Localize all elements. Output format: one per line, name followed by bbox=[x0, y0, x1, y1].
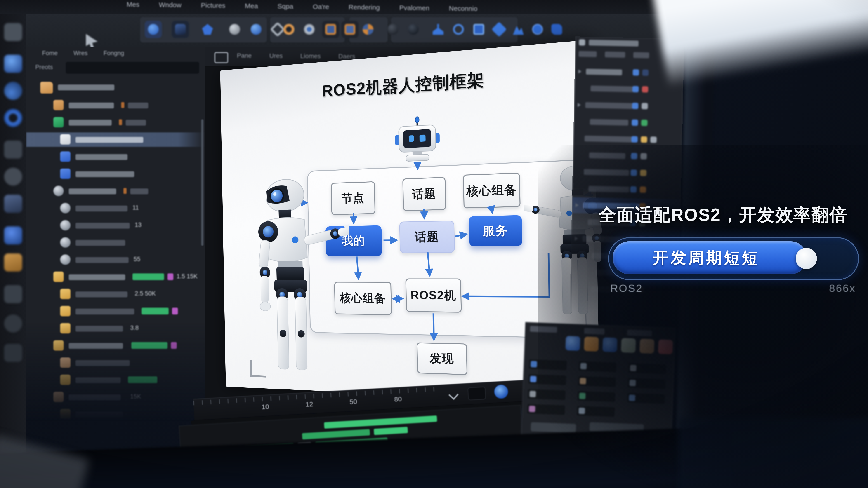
timeline-mode-button[interactable] bbox=[468, 387, 486, 400]
promo-toggle-button[interactable]: 开发周期短短 bbox=[608, 237, 859, 280]
tool-icon[interactable] bbox=[4, 315, 22, 332]
tree-row[interactable]: 13 bbox=[26, 218, 205, 233]
caption-ros2: ROS2 bbox=[610, 282, 643, 294]
cloth-icon[interactable] bbox=[548, 21, 565, 38]
panel-search-field[interactable] bbox=[66, 62, 199, 74]
menu-item[interactable]: Pvalomen bbox=[399, 4, 430, 12]
menu-item[interactable]: Mea bbox=[245, 2, 258, 10]
dark-sphere-icon-2[interactable] bbox=[405, 21, 422, 38]
joint-tree-icon[interactable] bbox=[430, 21, 447, 38]
viewport-menu-item[interactable]: Pane bbox=[237, 52, 252, 59]
orange-torus-icon[interactable] bbox=[280, 21, 298, 38]
tree-row[interactable] bbox=[26, 184, 205, 198]
menu-item[interactable]: Wndow bbox=[159, 1, 182, 9]
slide-corner-mark bbox=[250, 360, 266, 377]
window-glare bbox=[650, 0, 868, 88]
layer-row[interactable] bbox=[574, 97, 682, 115]
orange-frame-icon-2[interactable] bbox=[341, 21, 359, 38]
tree-row[interactable] bbox=[26, 304, 205, 319]
panel-menu-item[interactable]: Fongng bbox=[103, 50, 124, 57]
tree-row[interactable] bbox=[26, 235, 205, 250]
viewport-menu-item[interactable]: Ures bbox=[269, 52, 283, 59]
timeline-tick-label: 10 bbox=[261, 403, 269, 411]
play-badge-icon[interactable] bbox=[493, 384, 509, 399]
layer-row[interactable] bbox=[575, 80, 683, 98]
tool-icon-blue-ring[interactable] bbox=[4, 109, 22, 127]
tool-icon-blue[interactable] bbox=[4, 226, 22, 245]
tool-icon-blue-arc[interactable] bbox=[4, 82, 22, 100]
tree-row-selected[interactable] bbox=[26, 132, 205, 147]
blue-pentagon-icon[interactable] bbox=[199, 21, 216, 38]
humanoid-robot-left bbox=[253, 173, 352, 378]
tree-row[interactable] bbox=[26, 338, 205, 353]
timeline-tick-label: 50 bbox=[349, 398, 357, 406]
tool-icon-orange[interactable] bbox=[4, 254, 22, 271]
tree-row[interactable] bbox=[26, 373, 205, 387]
menu-item[interactable]: Mes bbox=[127, 1, 140, 8]
menu-item[interactable]: Sqpa bbox=[277, 2, 293, 10]
toggle-label: 开发周期短短 bbox=[609, 238, 803, 278]
menu-item[interactable]: Neconnio bbox=[449, 4, 477, 13]
left-tool-strip bbox=[0, 14, 26, 488]
wire-sphere-icon[interactable] bbox=[450, 21, 467, 38]
layer-row[interactable] bbox=[574, 113, 682, 132]
tool-icon[interactable] bbox=[4, 168, 22, 186]
tree-row[interactable] bbox=[26, 80, 205, 94]
tool-icon[interactable] bbox=[4, 195, 22, 213]
panel-menu-item[interactable]: Fome bbox=[42, 50, 58, 57]
menu-item[interactable]: Pictures bbox=[201, 2, 225, 9]
overlay-dark-backdrop bbox=[538, 144, 868, 488]
tree-row[interactable] bbox=[26, 98, 205, 112]
tree-row[interactable] bbox=[26, 167, 205, 181]
tree-row[interactable]: 55 bbox=[26, 253, 205, 267]
tree-row[interactable]: 11 bbox=[26, 201, 205, 216]
tool-icon[interactable] bbox=[4, 23, 22, 41]
blue-diamond-icon[interactable] bbox=[491, 21, 508, 38]
tree-row[interactable] bbox=[26, 115, 205, 130]
desk-highlight-left bbox=[0, 435, 89, 488]
tree-row[interactable]: 2.5 50K bbox=[26, 287, 205, 301]
gray-sphere-icon[interactable] bbox=[226, 21, 243, 38]
tree-scrollbar[interactable] bbox=[201, 119, 204, 246]
viewport-menu-item[interactable]: Daers bbox=[338, 53, 355, 60]
toggle-knob[interactable] bbox=[796, 248, 817, 269]
tree-row[interactable] bbox=[26, 150, 205, 164]
viewport-menu-item[interactable]: Liomes bbox=[300, 53, 320, 60]
tool-icon[interactable] bbox=[4, 140, 22, 159]
viewport-window-icon[interactable] bbox=[214, 52, 228, 63]
dark-sphere-icon[interactable] bbox=[384, 21, 401, 38]
tree-row[interactable]: 3.8 bbox=[26, 321, 205, 336]
orange-cross-icon[interactable] bbox=[360, 21, 377, 38]
chevron-down-icon[interactable] bbox=[448, 390, 459, 400]
monitor-icon[interactable] bbox=[470, 21, 487, 38]
tree-row[interactable] bbox=[26, 407, 205, 422]
promo-headline: 全面适配ROS2，开发效率翻倍 bbox=[598, 203, 848, 227]
tool-icon[interactable] bbox=[4, 285, 22, 303]
tool-icon-blue-swirl[interactable] bbox=[4, 55, 22, 73]
dotted-sphere-icon[interactable] bbox=[529, 21, 546, 38]
menu-bar: Mes Wndow Pictures Mea Sqpa Oa're Render… bbox=[0, 0, 692, 14]
promo-screenshot: Mes Wndow Pictures Mea Sqpa Oa're Render… bbox=[0, 0, 868, 488]
tree-row[interactable]: 1.5 15K bbox=[26, 270, 205, 284]
sketch-ring-icon[interactable] bbox=[301, 21, 318, 38]
tool-icon[interactable] bbox=[4, 344, 22, 362]
caption-multiplier: 866x bbox=[829, 282, 856, 294]
panel-label: Preots bbox=[35, 64, 53, 71]
blue-sphere-icon[interactable] bbox=[248, 21, 265, 38]
tree-row[interactable] bbox=[26, 356, 205, 370]
object-tree-panel: Fome Wres Fongng Preots 11 13 55 1.5 15K… bbox=[26, 47, 206, 429]
menu-item[interactable]: Rendering bbox=[348, 3, 380, 11]
panel-menu-item[interactable]: Wres bbox=[73, 50, 88, 57]
panel-header-icon bbox=[579, 39, 585, 46]
timeline-tick-label: 12 bbox=[305, 400, 313, 408]
navy-square-icon[interactable] bbox=[172, 21, 189, 38]
promo-captions: ROS2 866x bbox=[610, 282, 856, 294]
tree-row[interactable]: 15K bbox=[26, 390, 205, 404]
blue-blob-icon[interactable] bbox=[145, 21, 162, 38]
orange-frame-icon[interactable] bbox=[322, 21, 339, 38]
menu-item[interactable]: Oa're bbox=[313, 3, 329, 11]
terrain-icon[interactable] bbox=[510, 21, 527, 38]
timeline-tick-label: 80 bbox=[394, 395, 402, 403]
